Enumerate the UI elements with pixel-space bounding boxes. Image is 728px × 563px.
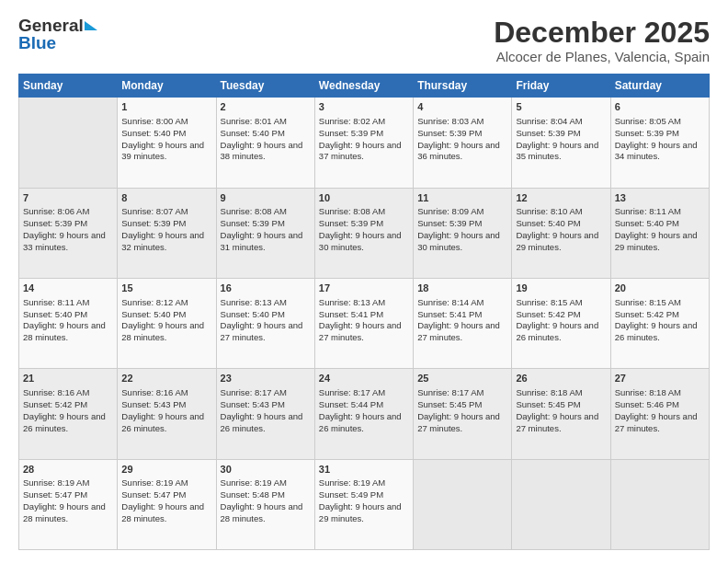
- calendar-cell: 2 Sunrise: 8:01 AM Sunset: 5:40 PM Dayli…: [216, 98, 314, 188]
- calendar-cell: 18 Sunrise: 8:14 AM Sunset: 5:41 PM Dayl…: [414, 278, 512, 368]
- weekday-header-friday: Friday: [512, 75, 610, 98]
- sunrise-text: Sunrise: 8:15 AM: [516, 297, 582, 307]
- sunrise-text: Sunrise: 8:12 AM: [121, 297, 188, 307]
- sunrise-text: Sunrise: 8:08 AM: [319, 206, 385, 216]
- day-number: 23: [221, 372, 311, 385]
- daylight-text: Daylight: 9 hours and 27 minutes.: [615, 411, 698, 433]
- daylight-text: Daylight: 9 hours and 28 minutes.: [23, 501, 106, 523]
- sunrise-text: Sunrise: 8:14 AM: [417, 297, 483, 307]
- header: General Blue December 2025 Alcocer de Pl…: [18, 17, 710, 64]
- sunrise-text: Sunrise: 8:19 AM: [121, 477, 188, 488]
- title-block: December 2025 Alcocer de Planes, Valenci…: [494, 17, 710, 64]
- sunset-text: Sunset: 5:49 PM: [319, 489, 383, 500]
- day-number: 2: [221, 100, 311, 114]
- calendar-cell: 23 Sunrise: 8:17 AM Sunset: 5:43 PM Dayl…: [216, 369, 314, 459]
- calendar-cell: 3 Sunrise: 8:02 AM Sunset: 5:39 PM Dayli…: [314, 98, 413, 188]
- weekday-header-row: SundayMondayTuesdayWednesdayThursdayFrid…: [19, 75, 710, 98]
- sunset-text: Sunset: 5:39 PM: [23, 218, 87, 228]
- sunset-text: Sunset: 5:39 PM: [319, 128, 383, 138]
- calendar-cell: 24 Sunrise: 8:17 AM Sunset: 5:44 PM Dayl…: [314, 369, 413, 459]
- day-number: 14: [23, 282, 113, 295]
- daylight-text: Daylight: 9 hours and 26 minutes.: [615, 320, 698, 342]
- day-number: 1: [121, 100, 211, 114]
- calendar-cell: [414, 459, 512, 549]
- calendar-cell: 16 Sunrise: 8:13 AM Sunset: 5:40 PM Dayl…: [216, 278, 314, 368]
- calendar-cell: 17 Sunrise: 8:13 AM Sunset: 5:41 PM Dayl…: [314, 278, 413, 368]
- daylight-text: Daylight: 9 hours and 27 minutes.: [319, 320, 402, 342]
- sunrise-text: Sunrise: 8:17 AM: [417, 387, 483, 397]
- daylight-text: Daylight: 9 hours and 28 minutes.: [221, 501, 303, 523]
- sunrise-text: Sunrise: 8:05 AM: [615, 116, 681, 126]
- day-number: 19: [516, 282, 606, 295]
- sunset-text: Sunset: 5:41 PM: [417, 309, 482, 319]
- sunrise-text: Sunrise: 8:01 AM: [221, 116, 287, 126]
- sunset-text: Sunset: 5:43 PM: [221, 399, 285, 409]
- calendar-cell: 11 Sunrise: 8:09 AM Sunset: 5:39 PM Dayl…: [414, 188, 512, 278]
- sunrise-text: Sunrise: 8:19 AM: [23, 477, 89, 488]
- calendar-cell: 13 Sunrise: 8:11 AM Sunset: 5:40 PM Dayl…: [610, 188, 709, 278]
- sunrise-text: Sunrise: 8:11 AM: [23, 297, 89, 307]
- daylight-text: Daylight: 9 hours and 26 minutes.: [121, 411, 204, 433]
- day-number: 16: [221, 282, 311, 295]
- sunrise-text: Sunrise: 8:03 AM: [417, 116, 483, 126]
- sunrise-text: Sunrise: 8:02 AM: [319, 116, 385, 126]
- calendar-cell: 1 Sunrise: 8:00 AM Sunset: 5:40 PM Dayli…: [118, 98, 216, 188]
- daylight-text: Daylight: 9 hours and 26 minutes.: [23, 411, 106, 433]
- calendar-week-row: 14 Sunrise: 8:11 AM Sunset: 5:40 PM Dayl…: [19, 278, 710, 368]
- daylight-text: Daylight: 9 hours and 28 minutes.: [23, 320, 106, 342]
- calendar-cell: 31 Sunrise: 8:19 AM Sunset: 5:49 PM Dayl…: [314, 459, 413, 549]
- daylight-text: Daylight: 9 hours and 29 minutes.: [319, 501, 402, 523]
- day-number: 8: [121, 191, 211, 205]
- sunrise-text: Sunrise: 8:06 AM: [23, 206, 89, 216]
- calendar-cell: 15 Sunrise: 8:12 AM Sunset: 5:40 PM Dayl…: [118, 278, 216, 368]
- calendar-cell: 27 Sunrise: 8:18 AM Sunset: 5:46 PM Dayl…: [610, 369, 709, 459]
- daylight-text: Daylight: 9 hours and 34 minutes.: [615, 140, 698, 162]
- sunset-text: Sunset: 5:40 PM: [121, 309, 186, 319]
- sunrise-text: Sunrise: 8:17 AM: [319, 387, 385, 397]
- weekday-header-tuesday: Tuesday: [216, 75, 314, 98]
- sunset-text: Sunset: 5:43 PM: [121, 399, 186, 409]
- sunset-text: Sunset: 5:40 PM: [615, 218, 679, 228]
- calendar-week-row: 28 Sunrise: 8:19 AM Sunset: 5:47 PM Dayl…: [19, 459, 710, 549]
- logo: General Blue: [18, 17, 97, 53]
- sunrise-text: Sunrise: 8:11 AM: [615, 206, 681, 216]
- calendar-cell: 14 Sunrise: 8:11 AM Sunset: 5:40 PM Dayl…: [19, 278, 118, 368]
- calendar-cell: [19, 98, 118, 188]
- calendar-cell: [512, 459, 610, 549]
- daylight-text: Daylight: 9 hours and 37 minutes.: [319, 140, 402, 162]
- day-number: 11: [417, 191, 507, 205]
- sunset-text: Sunset: 5:39 PM: [516, 128, 580, 138]
- calendar-table: SundayMondayTuesdayWednesdayThursdayFrid…: [18, 74, 710, 550]
- daylight-text: Daylight: 9 hours and 30 minutes.: [319, 230, 402, 252]
- day-number: 10: [319, 191, 409, 205]
- sunrise-text: Sunrise: 8:16 AM: [23, 387, 89, 397]
- daylight-text: Daylight: 9 hours and 26 minutes.: [221, 411, 303, 433]
- sunset-text: Sunset: 5:40 PM: [121, 128, 186, 138]
- day-number: 18: [417, 282, 507, 295]
- sunset-text: Sunset: 5:39 PM: [417, 128, 482, 138]
- sunrise-text: Sunrise: 8:19 AM: [221, 477, 287, 488]
- sunrise-text: Sunrise: 8:09 AM: [417, 206, 483, 216]
- calendar-cell: 7 Sunrise: 8:06 AM Sunset: 5:39 PM Dayli…: [19, 188, 118, 278]
- sunset-text: Sunset: 5:44 PM: [319, 399, 383, 409]
- daylight-text: Daylight: 9 hours and 31 minutes.: [221, 230, 303, 252]
- weekday-header-wednesday: Wednesday: [314, 75, 413, 98]
- calendar-cell: 26 Sunrise: 8:18 AM Sunset: 5:45 PM Dayl…: [512, 369, 610, 459]
- calendar-subtitle: Alcocer de Planes, Valencia, Spain: [494, 49, 710, 64]
- sunset-text: Sunset: 5:40 PM: [221, 128, 285, 138]
- calendar-cell: 9 Sunrise: 8:08 AM Sunset: 5:39 PM Dayli…: [216, 188, 314, 278]
- sunset-text: Sunset: 5:39 PM: [121, 218, 186, 228]
- day-number: 20: [615, 282, 705, 295]
- daylight-text: Daylight: 9 hours and 29 minutes.: [615, 230, 698, 252]
- daylight-text: Daylight: 9 hours and 39 minutes.: [121, 140, 204, 162]
- day-number: 9: [221, 191, 311, 205]
- calendar-cell: 12 Sunrise: 8:10 AM Sunset: 5:40 PM Dayl…: [512, 188, 610, 278]
- day-number: 7: [23, 191, 113, 205]
- day-number: 5: [516, 100, 606, 114]
- daylight-text: Daylight: 9 hours and 27 minutes.: [516, 411, 598, 433]
- sunrise-text: Sunrise: 8:13 AM: [221, 297, 287, 307]
- sunrise-text: Sunrise: 8:17 AM: [221, 387, 287, 397]
- daylight-text: Daylight: 9 hours and 26 minutes.: [319, 411, 402, 433]
- calendar-cell: 30 Sunrise: 8:19 AM Sunset: 5:48 PM Dayl…: [216, 459, 314, 549]
- calendar-cell: 22 Sunrise: 8:16 AM Sunset: 5:43 PM Dayl…: [118, 369, 216, 459]
